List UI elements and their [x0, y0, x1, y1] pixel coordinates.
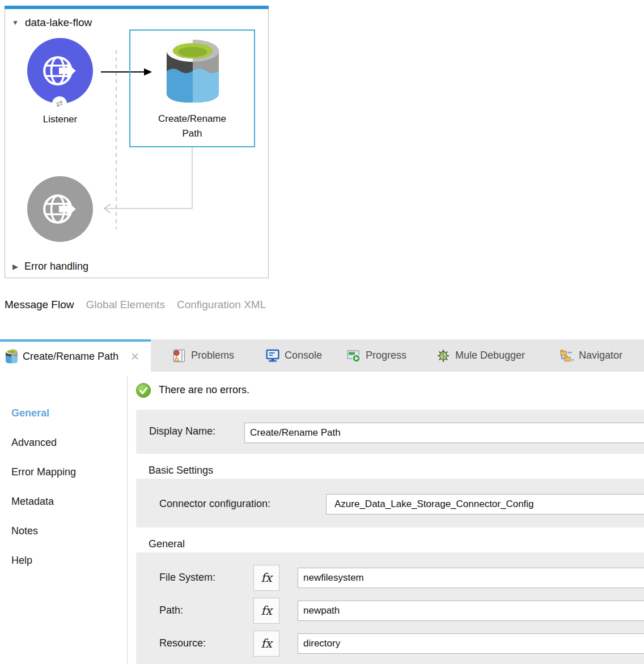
- progress-icon: [346, 348, 361, 363]
- tab-problems-label: Problems: [191, 350, 234, 361]
- expand-triangle-icon[interactable]: ▶: [12, 262, 18, 271]
- tab-configuration-xml[interactable]: Configuration XML: [177, 299, 266, 311]
- close-icon[interactable]: ✕: [130, 350, 139, 363]
- general-heading: General: [149, 538, 185, 550]
- active-tab-label: Create/Rename Path: [23, 351, 118, 363]
- resource-label: Resource:: [159, 637, 206, 649]
- gray-globe-arrow-icon: [41, 190, 79, 228]
- basic-settings-panel: Connector configuration:: [136, 479, 644, 527]
- status-message: There are no errors.: [159, 384, 249, 396]
- problems-icon: [172, 348, 187, 363]
- tab-navigator[interactable]: Navigator: [560, 339, 622, 372]
- listener-node-label: Listener: [26, 112, 94, 127]
- tab-message-flow[interactable]: Message Flow: [5, 299, 74, 311]
- display-name-panel: Display Name:: [136, 410, 644, 454]
- general-panel: File System: fx Path: fx Resource: fx: [136, 552, 644, 664]
- sidebar-item-advanced[interactable]: Advanced: [11, 437, 57, 449]
- connector-configuration-label: Connector configuration:: [159, 498, 270, 510]
- tab-global-elements[interactable]: Global Elements: [86, 299, 165, 311]
- tab-create-rename-path[interactable]: Create/Rename Path ✕: [0, 339, 151, 372]
- flow-title-row: ▼ data-lake-flow: [12, 16, 92, 29]
- flow-header-bar: [5, 6, 269, 9]
- azure-data-lake-cylinder-icon: [166, 40, 219, 107]
- display-name-input[interactable]: [244, 423, 644, 443]
- connector-configuration-input[interactable]: [326, 494, 644, 514]
- display-name-label: Display Name:: [149, 425, 215, 437]
- success-check-icon: [136, 383, 151, 398]
- sidebar-item-error-mapping[interactable]: Error Mapping: [11, 466, 76, 478]
- swap-arrows-glyph: ⇄: [55, 98, 65, 110]
- listener-node[interactable]: [27, 38, 93, 104]
- resource-fx-button[interactable]: fx: [253, 631, 279, 657]
- path-fx-button[interactable]: fx: [253, 598, 279, 624]
- tab-mule-debugger-label: Mule Debugger: [455, 350, 525, 361]
- bug-icon: [436, 348, 451, 363]
- console-icon: [265, 348, 280, 363]
- path-input[interactable]: [298, 601, 644, 621]
- path-label: Path:: [159, 605, 183, 616]
- http-globe-arrow-icon: [41, 52, 79, 90]
- flow-canvas: ▼ data-lake-flow ⇄ Listener Create/Renam…: [5, 6, 269, 278]
- azure-data-lake-tab-icon: [6, 349, 18, 364]
- folder-tree-icon: [560, 348, 574, 363]
- tab-progress[interactable]: Progress: [346, 339, 406, 372]
- tab-console-label: Console: [285, 350, 322, 361]
- tab-console[interactable]: Console: [265, 339, 322, 372]
- file-system-input[interactable]: [298, 568, 644, 588]
- create-rename-path-node-label: Create/Rename Path: [150, 112, 235, 141]
- tab-mule-debugger[interactable]: Mule Debugger: [436, 339, 525, 372]
- basic-settings-heading: Basic Settings: [149, 465, 213, 476]
- flow-title: data-lake-flow: [25, 16, 92, 29]
- sidebar-item-metadata[interactable]: Metadata: [11, 496, 54, 508]
- collapse-triangle-icon[interactable]: ▼: [12, 19, 19, 27]
- error-handling-row[interactable]: ▶ Error handling: [12, 261, 88, 273]
- file-system-fx-button[interactable]: fx: [253, 565, 279, 591]
- resource-input[interactable]: [298, 633, 644, 654]
- error-handling-label: Error handling: [24, 261, 88, 273]
- tab-navigator-label: Navigator: [579, 350, 622, 361]
- tab-progress-label: Progress: [366, 350, 406, 361]
- sidebar-item-notes[interactable]: Notes: [11, 525, 38, 537]
- response-node[interactable]: [27, 176, 93, 242]
- sidebar-item-general[interactable]: General: [11, 407, 49, 419]
- sidebar-item-help[interactable]: Help: [11, 555, 32, 567]
- editor-tab-bar: Message Flow Global Elements Configurati…: [5, 299, 266, 311]
- tab-problems[interactable]: Problems: [172, 339, 234, 372]
- file-system-label: File System:: [159, 572, 215, 584]
- sidebar-divider: [127, 376, 128, 664]
